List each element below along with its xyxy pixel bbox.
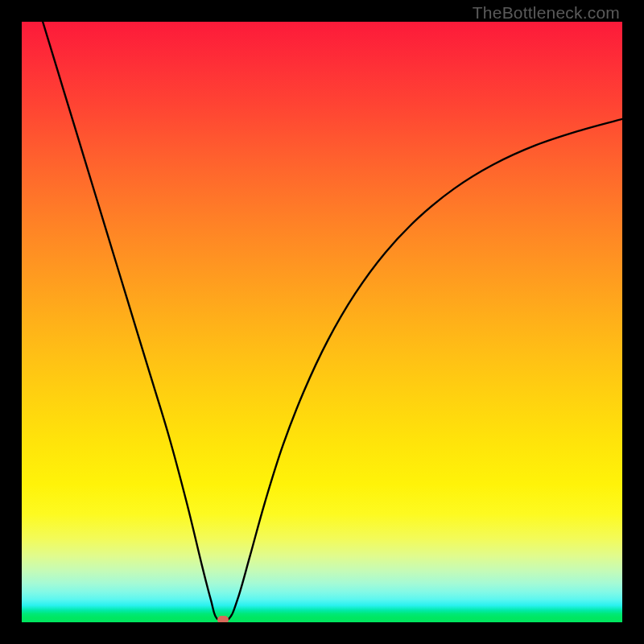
chart-frame: TheBottleneck.com	[0, 0, 644, 644]
watermark-text: TheBottleneck.com	[473, 3, 620, 23]
plot-area	[22, 22, 622, 622]
bottleneck-curve	[22, 22, 622, 622]
minimum-marker	[217, 616, 229, 622]
curve-path	[43, 22, 622, 621]
